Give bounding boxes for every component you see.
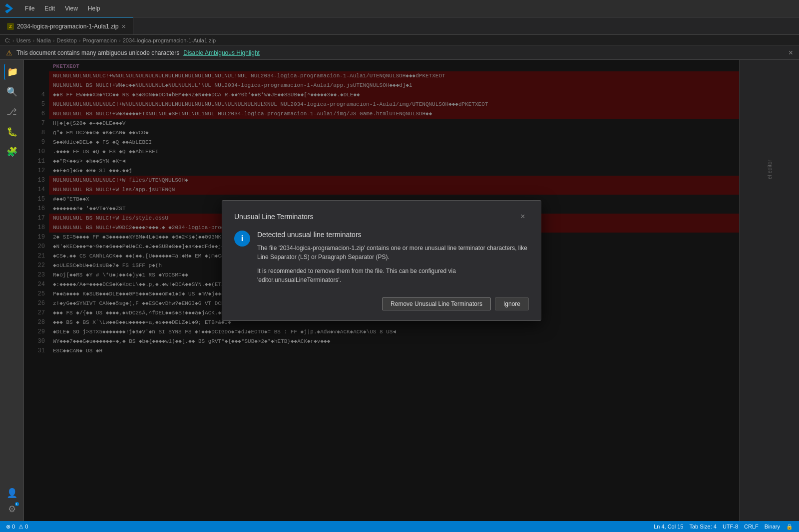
status-file-type[interactable]: Binary	[765, 524, 780, 530]
error-icon: ⊗	[6, 524, 10, 530]
modal-content-title: Detected unusual line terminators	[257, 231, 529, 239]
activity-debug-icon[interactable]: 🐛	[4, 124, 20, 140]
breadcrumb-desktop[interactable]: Desktop	[57, 37, 77, 43]
activity-explorer-icon[interactable]: 📁	[4, 64, 20, 80]
tab-bar: Z 2034-logica-programacion-1-Aula1.zip ×	[0, 17, 799, 35]
activity-search-icon[interactable]: 🔍	[4, 84, 20, 100]
activity-extensions-icon[interactable]: 🧩	[4, 144, 20, 160]
top-bar: File Edit View Help	[0, 0, 799, 17]
breadcrumb: C: › Users › Nadia › Desktop › Programac…	[0, 35, 799, 46]
status-position[interactable]: Ln 4, Col 15	[654, 524, 683, 530]
status-bar: ⊗ 0 ⚠ 0 Ln 4, Col 15 Tab Size: 4 UTF-8 C…	[0, 521, 799, 532]
status-line-ending[interactable]: CRLF	[744, 524, 759, 530]
modal-body: i Detected unusual line terminators The …	[234, 231, 529, 289]
breadcrumb-nadia[interactable]: Nadia	[36, 37, 51, 43]
disable-ambiguous-link[interactable]: Disable Ambiguous Highlight	[183, 49, 260, 56]
editor-wrapper: 4567891011121314151617181920212223242526…	[24, 60, 739, 521]
menu-bar: File Edit View Help	[5, 3, 102, 13]
tab-label: 2034-logica-programacion-1-Aula1.zip	[17, 23, 118, 30]
warning-close-button[interactable]: ×	[789, 48, 793, 57]
right-hint-label: el editor	[767, 160, 773, 179]
error-count: 0	[12, 524, 15, 530]
activity-git-icon[interactable]: ⎇	[4, 104, 20, 120]
tab-file-icon: Z	[7, 23, 14, 30]
menu-view[interactable]: View	[63, 4, 80, 13]
activity-settings-icon[interactable]: ⚙ 1	[4, 501, 20, 517]
modal-close-button[interactable]: ×	[517, 211, 529, 223]
remove-terminators-button[interactable]: Remove Unusual Line Terminators	[382, 297, 491, 310]
breadcrumb-file[interactable]: 2034-logica-programacion-1-Aula1.zip	[123, 37, 216, 43]
tab-close-button[interactable]: ×	[121, 22, 125, 30]
modal-footer: Remove Unusual Line Terminators Ignore	[234, 297, 529, 310]
warning-icon: ⚠	[6, 49, 12, 57]
modal-description-2: It is recommended to remove them from th…	[257, 266, 529, 284]
modal-info-icon: i	[234, 231, 250, 247]
status-tab-size[interactable]: Tab Size: 4	[689, 524, 716, 530]
status-errors[interactable]: ⊗ 0 ⚠ 0	[6, 524, 28, 530]
status-right: Ln 4, Col 15 Tab Size: 4 UTF-8 CRLF Bina…	[654, 524, 793, 530]
modal-header: Unusual Line Terminators ×	[234, 211, 529, 223]
modal-title: Unusual Line Terminators	[234, 213, 314, 221]
breadcrumb-programacion[interactable]: Programacion	[83, 37, 117, 43]
modal-overlay: Unusual Line Terminators × i Detected un…	[24, 60, 739, 521]
menu-help[interactable]: Help	[86, 4, 102, 13]
modal-description-1: The file '2034-logica-programacion-1.zip…	[257, 244, 529, 262]
menu-edit[interactable]: Edit	[42, 4, 57, 13]
right-hint-panel: el editor	[739, 60, 799, 521]
menu-items: File Edit View Help	[23, 4, 102, 13]
menu-file[interactable]: File	[23, 4, 36, 13]
activity-account-icon[interactable]: 👤	[4, 485, 20, 501]
ignore-button[interactable]: Ignore	[495, 297, 529, 310]
vscode-logo-icon	[5, 3, 15, 13]
activity-bar: 📁 🔍 ⎇ 🐛 🧩 👤 ⚙ 1	[0, 60, 24, 521]
warning-text: This document contains many ambiguous un…	[16, 49, 179, 56]
unusual-terminators-modal: Unusual Line Terminators × i Detected un…	[222, 200, 541, 321]
status-left: ⊗ 0 ⚠ 0	[6, 524, 28, 530]
warning-bar: ⚠ This document contains many ambiguous …	[0, 46, 799, 60]
warning-count: 0	[25, 524, 28, 530]
warning-count-icon: ⚠	[18, 524, 23, 530]
breadcrumb-c[interactable]: C:	[5, 37, 10, 43]
tab-zip-file[interactable]: Z 2034-logica-programacion-1-Aula1.zip ×	[0, 17, 133, 34]
modal-content: Detected unusual line terminators The fi…	[257, 231, 529, 289]
status-encoding[interactable]: UTF-8	[723, 524, 738, 530]
editor-area: 📁 🔍 ⎇ 🐛 🧩 👤 ⚙ 1 456789101112131415161718…	[0, 60, 799, 521]
status-lock-icon: 🔒	[786, 524, 793, 530]
breadcrumb-users[interactable]: Users	[16, 37, 31, 43]
